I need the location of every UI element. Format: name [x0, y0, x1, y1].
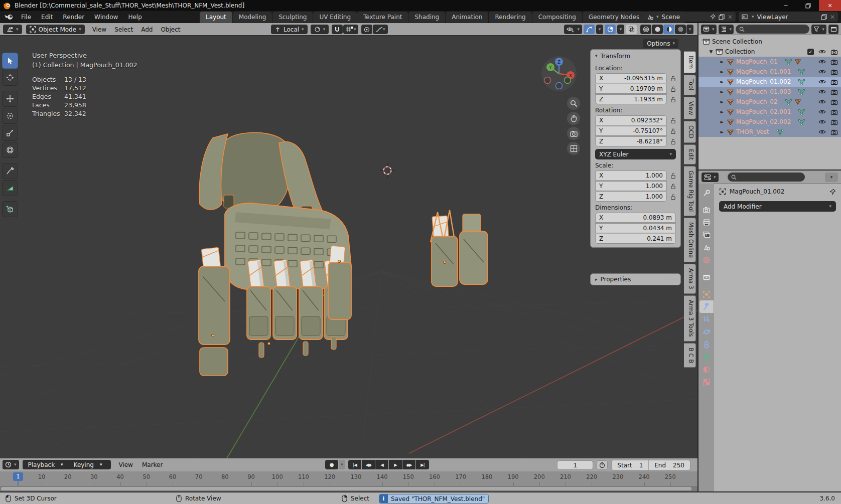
measure-tool[interactable]	[2, 180, 18, 196]
lock-icon[interactable]	[670, 128, 676, 134]
sidebar-tab-arma-3[interactable]: Arma 3	[684, 264, 696, 294]
timeline-menu-playback[interactable]: Playback▾	[25, 461, 70, 468]
sidebar-tab-view[interactable]: View	[684, 97, 696, 119]
transform-tool[interactable]	[2, 142, 18, 158]
disclosure-triangle-icon[interactable]: ►	[720, 119, 725, 124]
rotation-x-field[interactable]: X0.092332°	[595, 115, 667, 125]
lock-icon[interactable]	[670, 75, 676, 82]
editor-type-button[interactable]: ▾	[3, 25, 22, 34]
rotation-z-field[interactable]: Z-8.6218°	[595, 136, 667, 146]
properties-tab-tool[interactable]	[699, 187, 714, 199]
overlays-toggle[interactable]	[605, 25, 616, 34]
disclosure-triangle-icon[interactable]: ►	[720, 79, 725, 84]
outliner-filter-button[interactable]: ▾	[811, 25, 826, 34]
location-z-field[interactable]: Z1.1933 m	[595, 94, 667, 104]
frame-start-field[interactable]: Start1	[612, 460, 648, 470]
workspace-tab-texture-paint[interactable]: Texture Paint	[357, 12, 408, 23]
outliner-display-mode-button[interactable]: ▾	[719, 25, 734, 34]
lock-icon[interactable]	[670, 194, 676, 200]
add-cube-tool[interactable]	[2, 201, 18, 217]
scale-x-field[interactable]: X1.000	[595, 171, 667, 181]
menu-window[interactable]: Window	[90, 12, 122, 22]
overlays-dropdown-icon[interactable]: ▾	[620, 27, 622, 32]
menu-render[interactable]: Render	[59, 12, 88, 22]
outliner-row-magpouch-01-002[interactable]: ►MagPouch_01.002	[698, 77, 841, 87]
workspace-tab-shading[interactable]: Shading	[408, 12, 445, 23]
disable-render-camera-icon[interactable]	[830, 69, 838, 75]
proportional-editing-button[interactable]	[361, 25, 372, 34]
disable-render-camera-icon[interactable]	[830, 89, 838, 95]
menu-file[interactable]: File	[17, 12, 35, 22]
properties-search-input[interactable]	[728, 173, 805, 182]
gizmos-dropdown-icon[interactable]: ▾	[599, 27, 601, 32]
lock-icon[interactable]	[670, 117, 676, 124]
timeline-menu-marker[interactable]: Marker	[138, 460, 167, 469]
outliner-row-magpouch-02-001[interactable]: ►MagPouch_02.001	[698, 107, 841, 117]
hide-eye-icon[interactable]	[818, 89, 826, 95]
hide-eye-icon[interactable]	[818, 49, 826, 55]
navigation-gizmo[interactable]: Z Y X	[541, 56, 577, 92]
rotation-mode-dropdown[interactable]: XYZ Euler▾	[595, 149, 676, 159]
sidebar-tab-b-c-b[interactable]: B C B	[684, 343, 696, 368]
previous-keyframe-button[interactable]: ◀◆	[362, 460, 375, 469]
snap-target-dropdown[interactable]: ▾	[311, 25, 329, 34]
outliner-row-collection[interactable]: ▼Collection✓	[698, 47, 841, 57]
lock-icon[interactable]	[670, 138, 676, 145]
rotate-tool[interactable]	[2, 108, 18, 124]
pan-button[interactable]	[567, 112, 580, 125]
outliner-row-scene-collection[interactable]: Scene Collection	[698, 37, 841, 47]
viewport-menu-object[interactable]: Object	[157, 25, 184, 34]
scale-y-field[interactable]: Y1.000	[595, 181, 667, 191]
play-reverse-button[interactable]: ◀	[375, 460, 388, 469]
shading-material-button[interactable]	[663, 25, 674, 34]
outliner-editor-type-button[interactable]: ▾	[701, 25, 717, 34]
zoom-button[interactable]	[567, 97, 580, 110]
viewport-menu-select[interactable]: Select	[111, 25, 136, 34]
dimensions-x-field[interactable]: X0.0893 m	[595, 213, 676, 223]
sidebar-tab-item[interactable]: Item	[684, 51, 696, 73]
properties-tab-data[interactable]	[699, 351, 714, 363]
dimensions-z-field[interactable]: Z0.241 m	[595, 234, 676, 244]
keying-set-dropdown-icon[interactable]: ▾	[341, 462, 343, 467]
disclosure-triangle-icon[interactable]: ►	[720, 109, 725, 114]
scale-tool[interactable]	[2, 125, 18, 141]
workspace-tab-animation[interactable]: Animation	[446, 12, 488, 23]
hide-eye-icon[interactable]	[818, 109, 826, 115]
outliner-row-magpouch-01[interactable]: ►MagPouch_01	[698, 57, 841, 67]
transform-orientation-dropdown[interactable]: Local ▾	[271, 25, 308, 34]
select-box-tool[interactable]	[2, 53, 18, 69]
scene-selector[interactable]: ▾ Scene ✕	[643, 12, 736, 22]
view-layer-selector[interactable]: ▾ ViewLayer ✕	[739, 12, 838, 22]
hide-eye-icon[interactable]	[818, 129, 826, 135]
properties-tab-particles[interactable]	[699, 313, 714, 325]
disable-render-camera-icon[interactable]	[830, 129, 838, 135]
play-button[interactable]: ▶	[389, 460, 402, 469]
timeline-menu-keying[interactable]: Keying▾	[70, 461, 109, 468]
use-preview-range-button[interactable]	[597, 460, 608, 470]
frame-end-field[interactable]: End250	[648, 460, 690, 470]
outliner-row-magpouch-01-003[interactable]: ►MagPouch_01.003	[698, 87, 841, 97]
viewport-menu-add[interactable]: Add	[137, 25, 156, 34]
restore-button[interactable]	[797, 0, 819, 11]
workspace-tab-layout[interactable]: Layout	[200, 12, 232, 23]
disclosure-triangle-icon[interactable]: ►	[720, 129, 725, 134]
new-view-layer-icon[interactable]	[821, 14, 827, 20]
options-button[interactable]: Options ▾	[643, 39, 678, 48]
properties-tab-output[interactable]	[699, 216, 714, 229]
disclosure-triangle-icon[interactable]: ►	[720, 59, 725, 64]
disclosure-triangle-icon[interactable]: ►	[720, 99, 725, 104]
properties-tab-physics[interactable]	[699, 325, 714, 338]
next-keyframe-button[interactable]: ◆▶	[402, 460, 415, 469]
workspace-tab-compositing[interactable]: Compositing	[532, 12, 582, 23]
outliner-row-magpouch-01-001[interactable]: ►MagPouch_01.001	[698, 67, 841, 77]
viewport-menu-view[interactable]: View	[89, 25, 110, 34]
hide-eye-icon[interactable]	[818, 99, 826, 105]
disable-render-camera-icon[interactable]	[830, 49, 838, 55]
snap-with-button[interactable]: ▾	[343, 25, 358, 34]
outliner-search-input[interactable]	[736, 25, 809, 34]
outliner-row-thor-vest[interactable]: ►THOR_Vest	[698, 127, 841, 137]
sidebar-tab-tool[interactable]: Tool	[684, 75, 696, 95]
properties-tab-material[interactable]	[699, 363, 714, 376]
snap-toggle-button[interactable]	[332, 25, 343, 34]
panel-grip-icon[interactable]: ····	[668, 54, 676, 59]
